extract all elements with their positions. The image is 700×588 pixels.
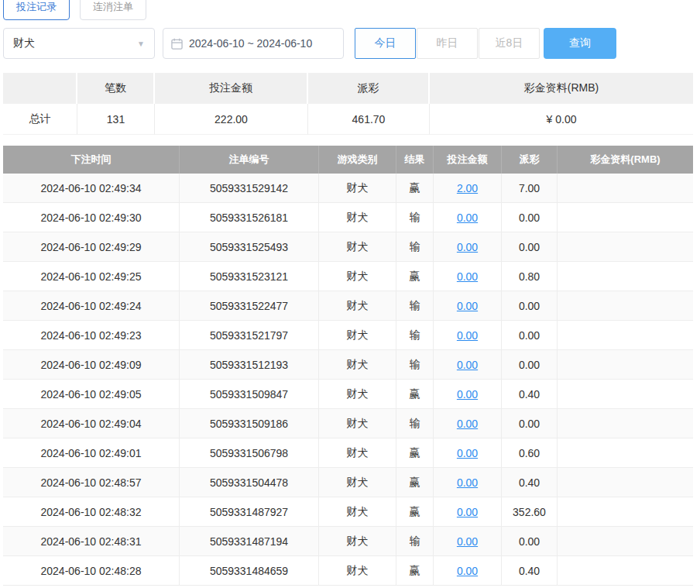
summary-total-bet-amount: 222.00 [155,104,308,135]
cell-payout: 0.00 [502,321,558,350]
game-type-select[interactable]: 财犬 ▼ [3,28,155,59]
bet-records-page: 投注记录 连消注单 财犬 ▼ 2024-06-10 ~ 2024-06-10 今… [0,0,693,586]
cell-game-type: 财犬 [319,321,396,350]
cell-payout: 0.60 [502,438,558,468]
cell-bet-time: 2024-06-10 02:49:29 [3,232,180,262]
cell-result: 输 [396,409,434,438]
cell-game-type: 财犬 [319,409,396,438]
cell-bonus [558,438,693,468]
cell-payout: 0.00 [502,350,558,380]
cell-payout: 0.40 [502,468,558,497]
cell-bonus [558,174,693,203]
table-row: 2024-06-10 02:49:34 5059331529142 财犬 赢 2… [3,174,693,203]
bet-amount-link[interactable]: 0.00 [457,447,478,459]
cell-bet-amount: 0.00 [434,321,502,350]
cell-bet-time: 2024-06-10 02:49:04 [3,409,180,438]
game-type-selected-value: 财犬 [13,36,35,50]
table-row: 2024-06-10 02:48:32 5059331487927 财犬 赢 0… [3,497,693,527]
cell-order-id: 5059331512193 [180,350,319,380]
bet-amount-link[interactable]: 0.00 [457,270,478,283]
header-bonus: 彩金资料(RMB) [558,146,693,174]
cell-bet-amount: 0.00 [434,350,502,380]
header-order-id: 注单编号 [180,146,319,174]
cell-game-type: 财犬 [319,527,396,556]
summary-header-bet-amount: 投注金额 [155,73,308,104]
cell-bonus [558,497,693,527]
cell-result: 输 [396,350,434,380]
cell-order-id: 5059331484659 [180,556,319,586]
bet-amount-link[interactable]: 0.00 [457,300,478,312]
calendar-icon [171,38,183,50]
bet-amount-link[interactable]: 0.00 [457,565,478,577]
header-payout: 派彩 [502,146,558,174]
cell-order-id: 5059331509847 [180,380,319,409]
bet-amount-link[interactable]: 0.00 [457,211,478,224]
cell-order-id: 5059331529142 [180,174,319,203]
cell-game-type: 财犬 [319,291,396,321]
tab-cancelled-orders[interactable]: 连消注单 [80,0,146,20]
summary-total-bonus: ¥ 0.00 [430,104,693,135]
summary-total-label: 总计 [3,104,77,135]
date-range-picker[interactable]: 2024-06-10 ~ 2024-06-10 [163,28,344,59]
summary-header-payout: 派彩 [308,73,430,104]
cell-game-type: 财犬 [319,556,396,586]
table-row: 2024-06-10 02:49:09 5059331512193 财犬 输 0… [3,350,693,380]
table-row: 2024-06-10 02:49:23 5059331521797 财犬 输 0… [3,321,693,350]
cell-bet-amount: 0.00 [434,556,502,586]
cell-payout: 0.00 [502,203,558,232]
bet-amount-link[interactable]: 0.00 [457,476,478,489]
cell-result: 赢 [396,556,434,586]
bet-amount-link[interactable]: 0.00 [457,418,478,430]
cell-result: 赢 [396,262,434,291]
cell-result: 赢 [396,438,434,468]
quick-range-last-8-days[interactable]: 近8日 [479,28,540,59]
cell-payout: 0.00 [502,291,558,321]
cell-order-id: 5059331487194 [180,527,319,556]
cell-order-id: 5059331504478 [180,468,319,497]
cell-game-type: 财犬 [319,468,396,497]
quick-range-yesterday[interactable]: 昨日 [417,28,478,59]
cell-bet-time: 2024-06-10 02:49:23 [3,321,180,350]
tab-bet-records[interactable]: 投注记录 [3,0,70,20]
table-row: 2024-06-10 02:49:25 5059331523121 财犬 赢 0… [3,262,693,291]
bet-amount-link[interactable]: 0.00 [457,241,478,253]
cell-bonus [558,291,693,321]
table-row: 2024-06-10 02:48:31 5059331487194 财犬 输 0… [3,527,693,556]
bet-amount-link[interactable]: 0.00 [457,535,478,548]
cell-bet-time: 2024-06-10 02:49:09 [3,350,180,380]
cell-result: 输 [396,203,434,232]
cell-payout: 0.00 [502,232,558,262]
summary-header-count: 笔数 [77,73,155,104]
search-button[interactable]: 查询 [544,28,616,59]
bet-amount-link[interactable]: 0.00 [457,329,478,342]
cell-bet-time: 2024-06-10 02:49:01 [3,438,180,468]
cell-payout: 0.00 [502,527,558,556]
summary-total-count: 131 [77,104,155,135]
cell-order-id: 5059331506798 [180,438,319,468]
table-row: 2024-06-10 02:49:30 5059331526181 财犬 输 0… [3,203,693,232]
header-result: 结果 [396,146,434,174]
cell-order-id: 5059331523121 [180,262,319,291]
summary-total-row: 总计 131 222.00 461.70 ¥ 0.00 [3,104,693,135]
cell-result: 输 [396,527,434,556]
cell-bet-time: 2024-06-10 02:49:34 [3,174,180,203]
table-row: 2024-06-10 02:48:57 5059331504478 财犬 赢 0… [3,468,693,497]
cell-result: 赢 [396,497,434,527]
date-range-value: 2024-06-10 ~ 2024-06-10 [189,37,312,50]
cell-game-type: 财犬 [319,262,396,291]
summary-total-payout: 461.70 [308,104,430,135]
chevron-down-icon: ▼ [137,40,145,48]
header-bet-amount: 投注金额 [434,146,502,174]
filter-bar: 财犬 ▼ 2024-06-10 ~ 2024-06-10 今日 昨日 近8日 查… [3,28,693,59]
bet-amount-link[interactable]: 0.00 [457,506,478,518]
cell-bet-amount: 0.00 [434,203,502,232]
cell-bonus [558,556,693,586]
bet-table-header: 下注时间 注单编号 游戏类别 结果 投注金额 派彩 彩金资料(RMB) [3,146,693,174]
bet-amount-link[interactable]: 2.00 [457,182,478,194]
table-row: 2024-06-10 02:49:05 5059331509847 财犬 赢 0… [3,380,693,409]
quick-range-today[interactable]: 今日 [355,28,416,59]
table-row: 2024-06-10 02:49:01 5059331506798 财犬 赢 0… [3,438,693,468]
bet-amount-link[interactable]: 0.00 [457,359,478,371]
bet-amount-link[interactable]: 0.00 [457,388,478,401]
cell-order-id: 5059331509186 [180,409,319,438]
